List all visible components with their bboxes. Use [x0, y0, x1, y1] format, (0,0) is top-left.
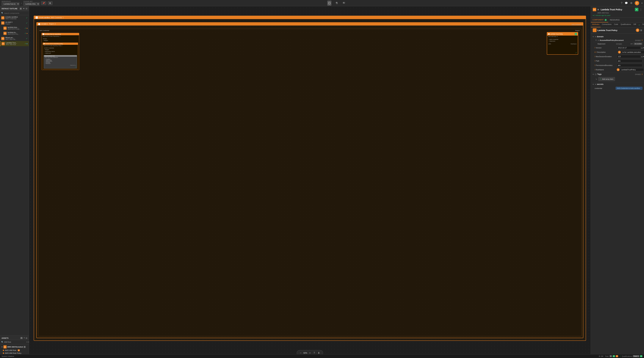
user-avatar[interactable]: P — [635, 1, 639, 5]
delete-button[interactable]: 🗑 — [48, 1, 52, 5]
comp-grid-icon[interactable]: ⊞ — [640, 29, 642, 31]
asset-group-header[interactable]: ▼ aws AWS IAM Revisited 3 — [1, 345, 28, 349]
item-text-2: us-east-1 Region — [5, 21, 25, 25]
description-info-icon[interactable]: ℹ — [594, 51, 595, 53]
sidebar-item-lambda-how[interactable]: aws lambda-how... AWS ECR Privat... ✓ ● — [0, 25, 29, 31]
help-icon[interactable]: ? — [621, 2, 622, 4]
tags-header[interactable]: ▼ [ ] Tags (empty) ℹ — [591, 72, 644, 76]
changeset-select[interactable]: Lambda Infra — [23, 2, 40, 6]
group-aws-icon: aws — [4, 345, 6, 349]
credential-row: credential AWS Credential /si-tools-sand… — [591, 86, 644, 90]
trust-add-icon[interactable]: + — [575, 33, 577, 35]
version-cursor-icon: I — [594, 47, 595, 49]
outer-sandbox-header: ⊞ si-tools-sandbox AWS Credential: 1 — [34, 16, 586, 19]
subtab-code[interactable]: Code — [613, 22, 620, 27]
user-dropdown-arrow[interactable]: ▾ — [642, 2, 642, 4]
version-row: I Version ▲▼ — [591, 45, 644, 50]
asset-clear-icon[interactable]: ✕ — [26, 341, 28, 343]
sidebar-item-lambda-ho[interactable]: aws lambda-ho... AWS ECR Priv... ✓ ● — [0, 31, 29, 36]
filter-funnel-icon[interactable]: ⊟ — [26, 7, 27, 10]
allow-sub: AWS IAM Policy Statement — [44, 57, 77, 58]
subtab-qualifications[interactable]: Qualifications — [620, 22, 632, 27]
assets-filter-icon[interactable]: ⊟ — [26, 337, 27, 339]
description-label: Description — [597, 51, 617, 53]
green-badge: 6 — [613, 355, 615, 357]
subtab-connections[interactable]: Connections — [600, 22, 613, 27]
network-icon-button[interactable]: ⬡ — [327, 1, 332, 6]
domain-section: ▼ ≡ domain ▼ ≡ AssumeRolePolicyDocument … — [591, 35, 644, 72]
assets-help-icon[interactable]: ? — [24, 337, 25, 339]
tab-resource[interactable]: RESOURCE — [608, 18, 621, 22]
comp-name-input[interactable] — [598, 29, 635, 31]
filter-icon[interactable]: ▼ — [23, 7, 25, 10]
flask-icon-button[interactable]: ⚗ — [334, 1, 338, 6]
status-green-icon-3: ✓ — [24, 27, 26, 29]
path-input[interactable] — [617, 59, 642, 62]
asset-item-iam-role[interactable]: AWS IAM Role 1 — [1, 349, 28, 352]
secrets-icon: ≡ — [595, 83, 596, 85]
assume-info-icon[interactable]: ℹ — [642, 39, 642, 41]
comp-color-swatch[interactable] — [593, 28, 596, 32]
secrets-header[interactable]: ▼ ≡ secrets — [591, 82, 644, 86]
subtab-attributes[interactable]: Attributes — [591, 22, 600, 27]
tab-component[interactable]: COMPONENT ✓ — [591, 18, 608, 22]
mid-region-box[interactable]: ⊞ us-east-1 Region: 2 AWS Credential AWS… — [36, 22, 583, 338]
rp-title: Lambda Trust Policy — [601, 8, 634, 11]
description-value-row: 4 — [618, 50, 644, 54]
add-array-button[interactable]: + Add array item — [598, 77, 615, 81]
group-badge: 3 — [24, 346, 26, 348]
path-cursor-icon: I — [594, 60, 595, 62]
status-green-icon-4: ✓ — [24, 32, 26, 34]
settings-icon[interactable]: ⚙ — [630, 1, 632, 4]
subtab-add-icon[interactable]: + — [637, 22, 641, 27]
set-value[interactable]: via socket — [634, 43, 642, 45]
trust-rolename: RoleName — [571, 43, 576, 45]
sidebar-item-us-east-1[interactable]: aws us-east-1 Region ✓ — [0, 20, 29, 25]
item-text-1: si-tools-sandbox AWS Credential — [5, 16, 25, 19]
rolename-input[interactable] — [620, 68, 644, 71]
sidebar-item-allowlam[interactable]: aws AllowLam... AWS IAM Poli... ✓ — [0, 36, 29, 41]
asset-search-input[interactable] — [4, 341, 26, 343]
domain-header[interactable]: ▼ ≡ domain — [591, 35, 644, 38]
permissions-input[interactable] — [617, 64, 642, 67]
item-awscred: ● AWS Credential — [44, 47, 77, 49]
lambda-policy-box[interactable]: ⊞ lambda-how-to-repository-policy AWS EC… — [43, 43, 78, 69]
tags-info-icon[interactable]: ℹ — [642, 73, 642, 75]
outer-sandbox-box[interactable]: ⊞ si-tools-sandbox AWS Credential: 1 ⊞ u… — [34, 16, 586, 341]
check-circle-icon: ✓ — [605, 19, 607, 21]
assume-header[interactable]: ▼ ≡ AssumeRolePolicyDocument (empty) ℹ — [593, 38, 644, 42]
trust-items: ○ AWS Credential ○ Statement — [547, 37, 578, 43]
allow-statement-label: Statement ● — [44, 64, 77, 66]
max-session-input[interactable] — [617, 55, 640, 58]
aws-icon-3: aws — [4, 27, 6, 30]
credential-value[interactable]: AWS Credential /si-tools-sandbox — [616, 87, 642, 90]
subtab-diff[interactable]: Diff — [632, 22, 637, 27]
lambda-trust-canvas-box[interactable]: ⊞ Lambda Trust Policy + AWS IAM Role: 0 … — [547, 32, 578, 55]
rp-add-button[interactable]: + — [635, 8, 638, 11]
group-collapse-icon: ▼ — [1, 346, 3, 348]
lambda-repo-header: ⊞ lambda-how-to-repository — [42, 33, 79, 35]
total-label: Total: — [605, 355, 609, 357]
permissions-cursor-icon: I — [594, 64, 595, 66]
eye-icon-button[interactable]: 👁 — [342, 1, 346, 6]
trust-arn: ARN — [548, 43, 551, 45]
policy-sub: AWS ECR Private Repository Policy: 1 — [43, 45, 78, 46]
sidebar-item-si-tools-sandbox[interactable]: aws si-tools-sandbox AWS Credential ✓ — [0, 15, 29, 20]
status-bar-label: System Initiative — [2, 355, 14, 357]
credential-text: AWS Credential /si-tools-sandbox — [617, 87, 640, 89]
version-input[interactable] — [617, 46, 640, 49]
component-search-input[interactable] — [4, 12, 28, 14]
workspace-select[interactable]: Lambda how-to — [2, 2, 20, 6]
max-session-arrow-icon[interactable]: ▲▼ — [641, 56, 644, 57]
pin-button[interactable]: 📌 — [41, 1, 46, 5]
subtab-debug[interactable]: Debug — [641, 22, 644, 27]
discord-icon[interactable]: 💬 — [625, 1, 628, 4]
sidebar-item-lambda-trust[interactable]: aws Lambda Trus... AWS IAM Role ✓ ● — [0, 41, 29, 46]
rp-menu-button[interactable]: ⋮ — [640, 8, 642, 11]
lambda-repo-box[interactable]: ⊞ lambda-how-to-repository AWS ECR Priva… — [42, 33, 79, 70]
version-arrow-icon[interactable]: ▲▼ — [641, 47, 644, 49]
add-array-label: Add array item — [602, 78, 614, 80]
item-region2: ○ Region — [44, 49, 77, 50]
allow-lambda-box[interactable]: AllowLambdaAccess AWS IAM Policy Stateme… — [44, 55, 77, 68]
description-input[interactable] — [621, 50, 644, 54]
